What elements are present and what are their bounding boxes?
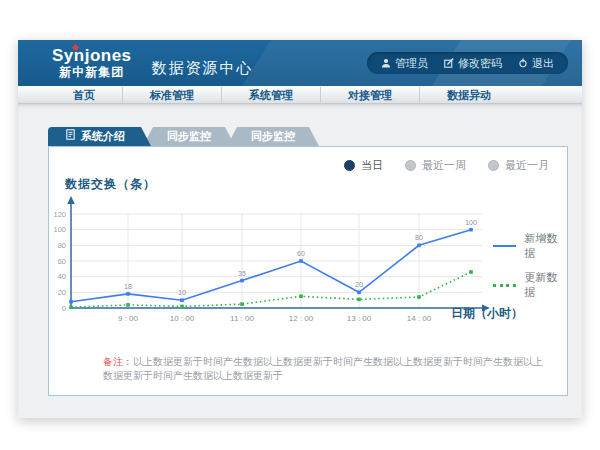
footnote: 备注：以上数据更新于时间产生数据以上数据更新于时间产生数据以上数据更新于时间产生…	[103, 355, 549, 383]
time-range-filter: 当日 最近一周 最近一月	[344, 158, 549, 173]
radio-label: 当日	[361, 158, 383, 173]
svg-text:18: 18	[124, 283, 132, 290]
change-password-label: 修改密码	[458, 56, 502, 71]
radio-last-month[interactable]: 最近一月	[488, 158, 549, 173]
radio-dot	[488, 160, 499, 171]
main-nav: 首页 标准管理 系统管理 对接管理 数据异动	[18, 86, 582, 104]
line-chart: 0204060801001209 : 0010 : 0011 : 0012 : …	[53, 191, 498, 341]
legend-label: 新增数据	[524, 231, 567, 261]
nav-item-system-mgmt[interactable]: 系统管理	[221, 87, 320, 103]
svg-text:20: 20	[58, 288, 66, 297]
app-header: Synjones 新中新集团 数据资源中心 管理员 修改密码 退出	[18, 40, 582, 86]
footnote-text: 以上数据更新于时间产生数据以上数据更新于时间产生数据以上数据更新于时间产生数据以…	[103, 356, 543, 381]
legend-label: 更新数据	[524, 270, 567, 300]
radio-last-week[interactable]: 最近一周	[405, 158, 466, 173]
logo-text-secondary: 新中新集团	[52, 66, 132, 79]
svg-text:60: 60	[297, 250, 305, 257]
radio-label: 最近一周	[422, 158, 466, 173]
edit-icon	[444, 58, 454, 68]
tab-bar: 系统介绍 同步监控 同步监控	[48, 127, 319, 146]
legend-line-sample-solid	[493, 245, 516, 247]
legend-entry-updated-data: 更新数据	[493, 270, 567, 300]
tab-label: 同步监控	[251, 127, 295, 146]
page-title: 数据资源中心	[152, 59, 254, 78]
tab-label: 系统介绍	[81, 127, 125, 146]
content-area: 系统介绍 同步监控 同步监控 当日 最近一周	[18, 103, 582, 418]
radio-today[interactable]: 当日	[344, 158, 383, 173]
logo-text-primary: Synjones	[52, 47, 132, 66]
company-logo: Synjones 新中新集团	[52, 47, 132, 79]
svg-text:9 : 00: 9 : 00	[118, 314, 139, 323]
user-icon	[381, 58, 391, 68]
tab-sync-monitor-2[interactable]: 同步监控	[227, 127, 319, 146]
svg-text:13 : 00: 13 : 00	[347, 314, 372, 323]
tab-label: 同步监控	[167, 127, 211, 146]
change-password-button[interactable]: 修改密码	[444, 56, 502, 71]
logout-button[interactable]: 退出	[518, 56, 554, 71]
chart-legend: 新增数据 更新数据	[493, 231, 567, 300]
logout-label: 退出	[532, 56, 554, 71]
tab-sync-monitor-1[interactable]: 同步监控	[143, 127, 235, 146]
x-axis-title: 日期（小时）	[451, 305, 523, 322]
svg-text:80: 80	[415, 234, 423, 241]
svg-text:0: 0	[62, 304, 66, 313]
tab-system-intro[interactable]: 系统介绍	[48, 127, 151, 146]
svg-text:35: 35	[238, 270, 246, 277]
svg-text:10: 10	[178, 289, 186, 296]
svg-text:120: 120	[53, 210, 66, 219]
svg-text:40: 40	[58, 272, 66, 281]
document-icon	[66, 127, 75, 146]
svg-text:100: 100	[53, 225, 66, 234]
power-icon	[518, 58, 528, 68]
radio-dot-selected	[344, 160, 355, 171]
radio-label: 最近一月	[505, 158, 549, 173]
nav-item-interface-mgmt[interactable]: 对接管理	[320, 87, 419, 103]
svg-text:10 : 00: 10 : 00	[170, 314, 195, 323]
nav-item-home[interactable]: 首页	[46, 87, 122, 103]
svg-text:14 : 00: 14 : 00	[407, 314, 432, 323]
nav-item-standard-mgmt[interactable]: 标准管理	[122, 87, 221, 103]
svg-text:80: 80	[58, 241, 66, 250]
user-menu: 管理员 修改密码 退出	[367, 52, 568, 74]
app-window: Synjones 新中新集团 数据资源中心 管理员 修改密码 退出	[18, 40, 582, 418]
radio-dot	[405, 160, 416, 171]
user-name-label: 管理员	[395, 56, 428, 71]
svg-text:20: 20	[355, 281, 363, 288]
svg-text:100: 100	[465, 219, 477, 226]
footnote-prefix: 备注：	[103, 356, 133, 367]
svg-text:12 : 00: 12 : 00	[289, 314, 314, 323]
svg-text:60: 60	[58, 257, 66, 266]
nav-item-data-change[interactable]: 数据异动	[419, 87, 518, 103]
legend-line-sample-dotted	[493, 284, 516, 287]
legend-entry-new-data: 新增数据	[493, 231, 567, 261]
chart-panel: 当日 最近一周 最近一月 数据交换（条） 0204060801001209 : …	[48, 146, 568, 396]
user-profile-button[interactable]: 管理员	[381, 56, 428, 71]
svg-text:11 : 00: 11 : 00	[230, 314, 254, 323]
